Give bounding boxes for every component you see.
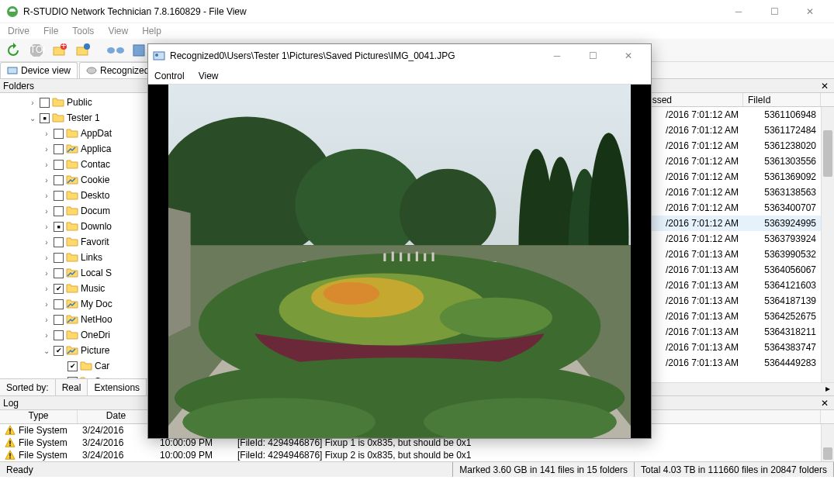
tree-label: Local S: [81, 268, 112, 278]
file-id: 5364056067: [743, 264, 821, 275]
tree-item[interactable]: ›Docum: [0, 203, 154, 219]
checkbox[interactable]: [54, 129, 64, 139]
expand-icon[interactable]: ›: [42, 161, 51, 169]
tree-item[interactable]: ›Music: [0, 281, 154, 296]
log-row[interactable]: File System3/24/201610:00:09 PM[FileId: …: [0, 449, 821, 461]
tree-label: Deskto: [81, 190, 109, 201]
checkbox[interactable]: [67, 361, 78, 371]
open-image-button[interactable]: [73, 40, 93, 60]
checkbox[interactable]: [54, 299, 64, 309]
expand-icon[interactable]: ›: [42, 269, 51, 278]
checkbox[interactable]: [54, 346, 64, 356]
expand-icon[interactable]: ›: [42, 223, 51, 231]
log-scrollbar[interactable]: [821, 424, 834, 461]
tree-item[interactable]: ›NetHoo: [0, 312, 154, 327]
preview-titlebar[interactable]: Recognized0\Users\Tester 1\Pictures\Save…: [148, 44, 651, 67]
expand-icon[interactable]: ›: [42, 176, 51, 185]
file-id: 5364318211: [743, 326, 821, 337]
svg-rect-15: [9, 440, 11, 444]
expand-icon[interactable]: ⌄: [42, 347, 51, 355]
minimize-button[interactable]: ─: [721, 0, 756, 23]
tree-item[interactable]: ›AppDat: [0, 126, 154, 141]
file-id: 5363793924: [743, 233, 821, 244]
svg-rect-41: [407, 254, 410, 261]
expand-icon[interactable]: ›: [42, 331, 51, 340]
expand-icon[interactable]: ⌄: [28, 114, 37, 123]
tree-item[interactable]: ›Links: [0, 250, 154, 265]
preview-minimize-button[interactable]: ─: [539, 44, 575, 67]
sort-extensions[interactable]: Extensions: [88, 379, 147, 395]
checkbox[interactable]: [54, 222, 64, 232]
checkbox[interactable]: [54, 268, 64, 278]
checkbox[interactable]: [54, 206, 64, 216]
checkbox[interactable]: [54, 175, 64, 185]
folder-tree[interactable]: ›Public⌄Tester 1›AppDat›Applica›Contac›C…: [0, 93, 154, 378]
menu-tools[interactable]: Tools: [72, 26, 94, 36]
expand-icon[interactable]: ›: [28, 98, 37, 107]
tree-label: Applica: [81, 143, 111, 154]
tree-item[interactable]: ›My Doc: [0, 296, 154, 312]
raid-button[interactable]: [129, 40, 149, 60]
tree-item[interactable]: ›Deskto: [0, 188, 154, 203]
col-fileid[interactable]: FileId: [743, 93, 821, 106]
tab-device-view[interactable]: Device view: [0, 62, 78, 78]
panel-close-icon[interactable]: ✕: [818, 81, 831, 91]
tree-item[interactable]: ›OneDri: [0, 327, 154, 343]
preview-maximize-button[interactable]: ☐: [575, 44, 611, 67]
checkbox[interactable]: [54, 237, 64, 247]
checkbox[interactable]: [54, 284, 64, 294]
sort-real[interactable]: Real: [56, 379, 88, 395]
checkbox[interactable]: [54, 315, 64, 325]
preview-menu-view[interactable]: View: [199, 71, 219, 81]
expand-icon[interactable]: ›: [42, 238, 51, 247]
tree-item[interactable]: ›Cookie: [0, 172, 154, 188]
checkbox[interactable]: [54, 160, 64, 170]
file-scrollbar[interactable]: [821, 107, 834, 382]
tree-item[interactable]: ›Downlo: [0, 219, 154, 234]
checkbox[interactable]: [40, 113, 50, 123]
checkbox[interactable]: [54, 253, 64, 263]
tree-item[interactable]: ›Favorit: [0, 234, 154, 250]
menu-file[interactable]: File: [43, 26, 58, 36]
tree-item[interactable]: ›Local S: [0, 265, 154, 281]
checkbox[interactable]: [54, 330, 64, 340]
connect-button[interactable]: [106, 40, 126, 60]
preview-menubar: Control View: [148, 67, 651, 85]
refresh-button[interactable]: [3, 40, 23, 60]
log-col-date[interactable]: Date: [78, 410, 155, 423]
tree-item[interactable]: ⌄Picture: [0, 343, 154, 358]
preview-close-button[interactable]: ✕: [611, 44, 646, 67]
svg-rect-40: [400, 253, 402, 261]
log-col-type[interactable]: Type: [0, 410, 78, 423]
svg-rect-10: [133, 45, 144, 56]
expand-icon[interactable]: ›: [42, 129, 51, 138]
tree-label: Tester 1: [67, 112, 100, 123]
menu-view[interactable]: View: [108, 26, 128, 36]
stop-button[interactable]: STOP: [26, 40, 47, 60]
checkbox[interactable]: [54, 191, 64, 201]
tree-item[interactable]: ›Applica: [0, 141, 154, 157]
svg-point-12: [87, 67, 96, 74]
file-id: 5363400707: [743, 202, 821, 213]
tree-item[interactable]: Car: [0, 358, 154, 374]
checkbox[interactable]: [54, 144, 64, 154]
expand-icon[interactable]: ›: [42, 145, 51, 154]
expand-icon[interactable]: ›: [42, 254, 51, 262]
tree-item[interactable]: ›Public: [0, 95, 154, 110]
tab-recognized[interactable]: Recognized: [79, 62, 156, 78]
expand-icon[interactable]: ›: [42, 316, 51, 324]
log-close-icon[interactable]: ✕: [818, 398, 831, 409]
expand-icon[interactable]: ›: [42, 285, 51, 293]
close-button[interactable]: ✕: [792, 0, 828, 23]
menu-drive[interactable]: Drive: [8, 26, 29, 36]
menu-help[interactable]: Help: [142, 26, 161, 36]
expand-icon[interactable]: ›: [42, 207, 51, 216]
checkbox[interactable]: [40, 98, 50, 108]
expand-icon[interactable]: ›: [42, 192, 51, 200]
tree-item[interactable]: ›Contac: [0, 157, 154, 172]
preview-menu-control[interactable]: Control: [154, 71, 185, 81]
open-drive-button[interactable]: +: [50, 40, 70, 60]
tree-item[interactable]: ⌄Tester 1: [0, 110, 154, 126]
expand-icon[interactable]: ›: [42, 300, 51, 309]
maximize-button[interactable]: ☐: [756, 0, 792, 23]
